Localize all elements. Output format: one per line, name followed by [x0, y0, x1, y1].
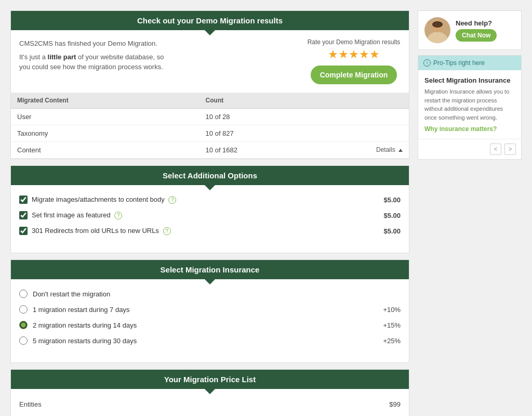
tips-title: Select Migration Insurance [424, 76, 515, 84]
price-list-header: Your Migration Price List [11, 370, 409, 389]
col-migrated-content: Migrated Content [11, 93, 200, 109]
insurance-title: Select Migration Insurance [161, 265, 260, 274]
row-content-taxonomy: Taxonomy [11, 125, 200, 142]
demo-body: CMS2CMS has finished your Demo Migration… [11, 30, 409, 93]
option-label-2: Set first image as featured ? [32, 211, 383, 219]
insurance-radio-row-3: 5 migration restarts during 30 days +25% [19, 336, 401, 345]
additional-options-header: Select Additional Options [11, 166, 409, 185]
tips-nav: < > [418, 139, 521, 159]
table-row: Content 10 of 1682 Details [11, 142, 409, 159]
svg-point-2 [426, 32, 449, 43]
svg-point-5 [433, 22, 442, 28]
tips-next-button[interactable]: > [504, 144, 516, 155]
insurance-radio-row-2: 2 migration restarts during 14 days +15% [19, 321, 401, 329]
price-row-entities: Entities $99 [19, 397, 401, 411]
tips-link[interactable]: Why insurance matters? [424, 125, 497, 133]
insurance-label-3: 5 migration restarts during 30 days [33, 337, 383, 345]
main-content: Check out your Demo Migration results CM… [10, 10, 409, 416]
avatar [424, 17, 450, 43]
info-icon: i [423, 59, 431, 67]
chat-right: Need help? Chat Now [456, 19, 515, 42]
row-count-taxonomy: 10 of 827 [200, 125, 409, 142]
row-content-user: User [11, 109, 200, 125]
tips-text: Migration Insurance allows you to restar… [424, 87, 515, 122]
insurance-price-2: +15% [383, 321, 401, 329]
row-count-user: 10 of 28 [200, 109, 409, 125]
page-wrapper: Check out your Demo Migration results CM… [10, 10, 522, 416]
avatar-image [424, 17, 450, 43]
insurance-label-1: 1 migration restart during 7 days [33, 306, 383, 314]
tips-header-label: Pro-Tips right here [433, 59, 485, 67]
additional-options-title: Select Additional Options [163, 171, 257, 180]
complete-migration-button-top[interactable]: Complete Migration [311, 66, 397, 84]
insurance-radio-0[interactable] [19, 290, 28, 298]
insurance-body: Don't restart the migration 1 migration … [11, 279, 409, 362]
price-row-options: Options $15 [19, 411, 401, 416]
insurance-radio-3[interactable] [19, 336, 28, 345]
additional-options-section: Select Additional Options Migrate images… [10, 165, 409, 253]
rate-label: Rate your Demo Migration results [307, 38, 401, 46]
option-row-2: Set first image as featured ? $5.00 [19, 211, 401, 219]
option-row-1: Migrate images/attachments to content bo… [19, 196, 401, 204]
option-price-3: $5.00 [383, 227, 401, 235]
insurance-label-2: 2 migration restarts during 14 days [33, 321, 383, 329]
row-content-content: Content [11, 142, 200, 159]
insurance-radio-2[interactable] [19, 321, 28, 329]
stars-display: ★★★★★ [307, 48, 401, 61]
option-checkbox-1[interactable] [19, 196, 28, 204]
option-checkbox-2[interactable] [19, 211, 28, 219]
insurance-radio-1[interactable] [19, 305, 28, 314]
options-body: Migrate images/attachments to content bo… [11, 185, 409, 253]
sidebar: Need help? Chat Now i Pro-Tips right her… [418, 10, 522, 416]
help-icon-1[interactable]: ? [168, 196, 176, 204]
price-value-entities: $99 [389, 400, 401, 408]
demo-text-2: It's just a little part of your website … [19, 52, 165, 72]
insurance-radio-row-0: Don't restart the migration [19, 290, 401, 298]
price-label-entities: Entities [19, 400, 42, 408]
help-icon-2[interactable]: ? [114, 212, 122, 219]
demo-right: Rate your Demo Migration results ★★★★★ C… [307, 38, 401, 84]
demo-section: Check out your Demo Migration results CM… [10, 10, 409, 159]
demo-header-title: Check out your Demo Migration results [137, 16, 283, 25]
details-link[interactable]: Details [376, 146, 403, 153]
option-price-2: $5.00 [383, 212, 401, 219]
row-count-content: 10 of 1682 Details [200, 142, 409, 159]
option-price-1: $5.00 [383, 196, 401, 204]
need-help-text: Need help? [456, 19, 515, 27]
demo-text-1: CMS2CMS has finished your Demo Migration… [19, 38, 165, 49]
option-row-3: 301 Redirects from old URLs to new URLs … [19, 227, 401, 235]
insurance-label-0: Don't restart the migration [33, 290, 401, 298]
table-row: User 10 of 28 [11, 109, 409, 125]
option-checkbox-3[interactable] [19, 227, 28, 235]
price-list-section: Your Migration Price List Entities $99 O… [10, 369, 409, 416]
option-label-3: 301 Redirects from old URLs to new URLs … [32, 227, 383, 235]
demo-left: CMS2CMS has finished your Demo Migration… [19, 38, 307, 84]
tips-prev-button[interactable]: < [490, 144, 501, 155]
option-label-1: Migrate images/attachments to content bo… [32, 196, 383, 204]
chevron-up-icon [398, 149, 403, 152]
tips-header: i Pro-Tips right here [418, 56, 521, 70]
help-icon-3[interactable]: ? [163, 227, 171, 235]
insurance-header: Select Migration Insurance [11, 260, 409, 279]
insurance-section: Select Migration Insurance Don't restart… [10, 259, 409, 363]
tips-content: Select Migration Insurance Migration Ins… [418, 70, 521, 139]
insurance-price-1: +10% [383, 306, 401, 314]
chat-box: Need help? Chat Now [418, 10, 522, 50]
chat-now-button[interactable]: Chat Now [456, 29, 497, 42]
insurance-radio-row-1: 1 migration restart during 7 days +10% [19, 305, 401, 314]
price-list-title: Your Migration Price List [164, 375, 256, 384]
insurance-price-3: +25% [383, 337, 401, 345]
demo-section-header: Check out your Demo Migration results [11, 11, 409, 30]
col-count: Count [200, 93, 409, 109]
migrated-table: Migrated Content Count User 10 of 28 Tax… [11, 93, 409, 159]
table-row: Taxonomy 10 of 827 [11, 125, 409, 142]
sidebar-tips: i Pro-Tips right here Select Migration I… [418, 55, 522, 160]
